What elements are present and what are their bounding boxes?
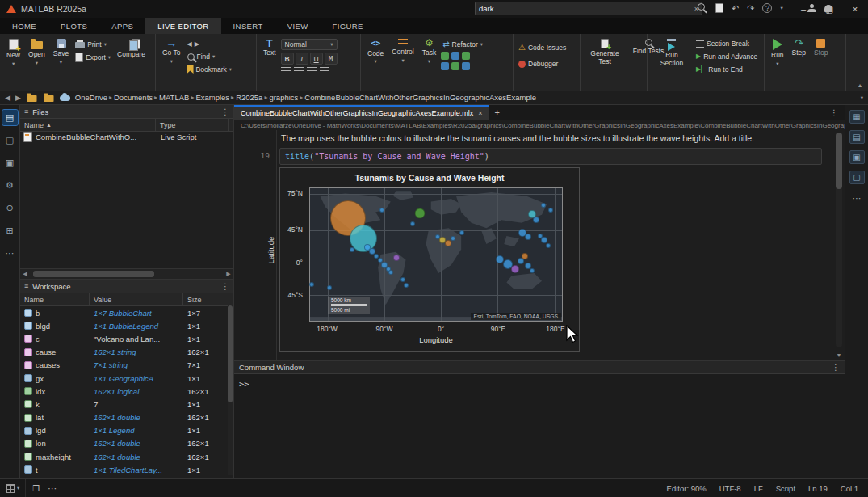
back-icon[interactable]: ◀ <box>187 40 192 48</box>
command-window-menu-icon[interactable]: ⋮ <box>832 363 840 372</box>
compare-button[interactable]: Compare <box>114 37 149 61</box>
close-button[interactable]: × <box>842 0 868 18</box>
code-tool-icon-2[interactable] <box>451 52 459 60</box>
document-content[interactable]: 19 The map uses the bubble colors to ill… <box>234 130 845 360</box>
workspace-row-c[interactable]: c "Volcano and Lan...1×1 <box>20 332 233 345</box>
run-button[interactable]: Run▾ <box>768 37 787 68</box>
help-icon[interactable]: ? <box>762 3 772 13</box>
editor-scrollbar[interactable] <box>836 133 842 347</box>
new-tab-button[interactable]: + <box>489 105 505 120</box>
workspace-row-maxheight[interactable]: maxheight 162×1 double162×1 <box>20 450 233 463</box>
workspace-row-causes[interactable]: causes 7×1 string7×1 <box>20 359 233 372</box>
breadcrumb-examples[interactable]: Examples <box>195 93 229 102</box>
workspace-row-t[interactable]: t 1×1 TiledChartLay...1×1 <box>20 463 233 476</box>
run-and-advance-button[interactable]: ▶ Run and Advance <box>694 51 759 61</box>
section-break-button[interactable]: Section Break <box>694 39 759 48</box>
forward-icon[interactable]: ▶ <box>195 40 199 48</box>
workspace-col-size[interactable]: Size <box>183 293 229 305</box>
panel-toggle-icon[interactable]: ❒ <box>32 484 40 493</box>
navigate-back-forward[interactable]: ◀ ▶ <box>186 39 234 49</box>
workspace-row-blgd[interactable]: blgd 1×1 BubbleLegend1×1 <box>20 319 233 332</box>
tab-view[interactable]: VIEW <box>275 18 321 34</box>
breadcrumb-onedrive[interactable]: OneDrive <box>75 93 107 102</box>
new-button[interactable]: + New▾ <box>3 37 23 68</box>
code-tool-icon-4[interactable] <box>441 62 449 70</box>
code-button[interactable]: <> Code▾ <box>364 37 387 65</box>
print-button[interactable]: Print▾ <box>73 39 112 49</box>
encoding-indicator[interactable]: UTF-8 <box>719 484 741 493</box>
properties-panel-icon[interactable]: ▦ <box>849 110 865 124</box>
debugger-button[interactable]: Debugger <box>517 59 568 69</box>
figure-output[interactable]: Tsunamis by Cause and Wave Height <box>279 167 580 352</box>
geographic-axes[interactable]: 5000 km 5000 mi Esri, TomTom, FAO, NOAA,… <box>309 187 563 322</box>
run-section-button[interactable]: Run Section <box>651 37 693 69</box>
up-folder-icon[interactable] <box>27 95 36 102</box>
outdent-icon[interactable] <box>320 67 329 74</box>
more-panels-icon[interactable]: ⋯ <box>849 191 865 206</box>
statusbar-more-icon[interactable]: ⋯ <box>48 484 57 493</box>
notifications-icon[interactable] <box>824 5 832 12</box>
breadcrumb-r2025a[interactable]: R2025a <box>236 93 262 102</box>
control-button[interactable]: Control▾ <box>388 37 417 65</box>
breadcrumb-documents[interactable]: Documents <box>114 93 153 102</box>
outline-panel-icon[interactable]: ▤ <box>849 130 865 144</box>
generate-test-button[interactable]: + Generate Test <box>584 37 626 68</box>
redo-icon[interactable]: ↷ <box>747 4 754 13</box>
doc-search-input[interactable]: dark × <box>475 2 702 15</box>
refactor-button[interactable]: ⇄ Refactor▾ <box>441 39 484 49</box>
nav-back-icon[interactable]: ◀ <box>5 94 10 102</box>
editor-menu-icon[interactable]: ⋮ <box>824 105 845 120</box>
workspace-scrollbar[interactable] <box>228 305 233 475</box>
open-editors-icon[interactable]: ▢ <box>2 133 18 148</box>
column-indicator[interactable]: Col 1 <box>841 484 858 493</box>
code-tool-icon-3[interactable] <box>462 52 470 60</box>
workspace-row-lat[interactable]: lat 162×1 double162×1 <box>20 411 233 424</box>
code-issues-button[interactable]: ⚠ Code Issues <box>517 42 568 53</box>
breadcrumb-matlab[interactable]: MATLAB <box>159 93 189 102</box>
task-button[interactable]: ⚙ Task▾ <box>419 37 439 65</box>
workspace-row-lon[interactable]: lon 162×1 double162×1 <box>20 437 233 450</box>
goto-button[interactable]: → Go To▾ <box>159 37 184 65</box>
folders-shortcut-icon[interactable]: ▣ <box>2 155 18 171</box>
tab-figure[interactable]: FIGURE <box>321 18 375 34</box>
breadcrumb-example-folder[interactable]: CombineBubbleChartWithOtherGraphicsInGeo… <box>304 93 536 102</box>
layout-button[interactable]: ▾ <box>0 479 26 497</box>
document-tab[interactable]: CombineBubbleChartWithOtherGraphicsInGeo… <box>234 105 489 120</box>
code-tool-icon-6[interactable] <box>462 62 470 70</box>
italic-button[interactable]: I <box>296 53 308 65</box>
text-style-select[interactable]: Normal▾ <box>281 39 338 50</box>
line-indicator[interactable]: Ln 19 <box>808 484 828 493</box>
search-icon[interactable] <box>698 3 705 11</box>
command-prompt[interactable]: >> <box>239 379 249 389</box>
step-button[interactable]: ↷ Step <box>789 37 810 59</box>
help-dropdown-icon[interactable]: ▾ <box>780 6 782 11</box>
files-horizontal-scrollbar[interactable]: ◀ ▶ <box>20 268 233 279</box>
workspace-row-cause[interactable]: cause 162×1 string162×1 <box>20 346 233 359</box>
eol-indicator[interactable]: LF <box>754 484 763 493</box>
nav-forward-icon[interactable]: ▶ <box>15 94 21 102</box>
editor-zoom[interactable]: Editor: 90% <box>667 484 707 493</box>
browse-folder-icon[interactable] <box>44 95 53 102</box>
underline-button[interactable]: U <box>310 53 323 65</box>
collapse-ribbon-icon[interactable]: ▴ <box>858 82 862 89</box>
code-tool-icon-1[interactable] <box>441 52 449 60</box>
code-tool-icon-5[interactable] <box>451 62 459 70</box>
bulleted-list-icon[interactable] <box>281 67 291 74</box>
more-shortcuts-icon[interactable]: ⋯ <box>2 246 18 261</box>
export-button[interactable]: Export▾ <box>73 52 112 63</box>
text-button[interactable]: T Text <box>260 37 279 59</box>
workspace-row-gx[interactable]: gx 1×1 GeographicA...1×1 <box>20 372 233 385</box>
files-col-name[interactable]: Name▲ <box>20 119 156 131</box>
find-button[interactable]: Find▾ <box>186 52 234 61</box>
tab-apps[interactable]: APPS <box>99 18 145 34</box>
variables-panel-icon[interactable]: ▢ <box>849 171 865 184</box>
tab-live-editor[interactable]: LIVE EDITOR <box>145 18 220 34</box>
indent-icon[interactable] <box>307 67 317 74</box>
run-to-end-button[interactable]: ▶▏ Run to End <box>694 64 759 74</box>
history-shortcut-icon[interactable]: ⊙ <box>2 200 18 216</box>
workspace-row-b[interactable]: b 1×7 BubbleChart1×7 <box>20 306 233 319</box>
tab-insert[interactable]: INSERT <box>221 18 275 34</box>
workspace-col-value[interactable]: Value <box>90 293 183 305</box>
save-button[interactable]: Save▾ <box>50 37 72 66</box>
workspace-row-idx[interactable]: idx 162×1 logical162×1 <box>20 385 233 398</box>
